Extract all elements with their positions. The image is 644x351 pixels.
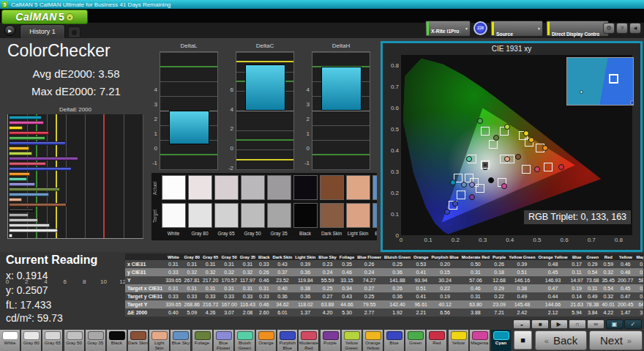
patch-tile-green[interactable]: Green xyxy=(405,330,426,351)
table-cell: 0.25 xyxy=(634,292,643,300)
target-swatch-black xyxy=(293,203,318,228)
next-button[interactable]: Next » xyxy=(589,330,643,350)
help-icon[interactable]: ? xyxy=(616,23,628,34)
patch-tile-purple[interactable]: Purple xyxy=(321,330,341,351)
pause-button[interactable]: ∩ xyxy=(569,319,586,329)
patch-tile-label: Moderate Red xyxy=(299,341,318,350)
cie-measured-dot-foliage xyxy=(493,135,499,141)
swatch-label: Gray 80 xyxy=(187,231,213,236)
chevron-down-icon: ▼ xyxy=(465,26,468,31)
table-cell: 64.31 xyxy=(634,300,643,308)
cie-x-tick-label: 0.3 xyxy=(479,237,487,243)
column-header-green: Green xyxy=(585,254,601,260)
mini-bar xyxy=(321,67,362,111)
table-cell: 0.36 xyxy=(293,292,317,300)
new-tab-stub[interactable] xyxy=(68,26,80,38)
cie-target-square-green xyxy=(481,127,490,136)
display-button[interactable]: ▣ xyxy=(606,319,624,329)
table-cell: 0.46 xyxy=(257,300,271,308)
tab-history-1[interactable]: History 1 xyxy=(20,24,65,38)
calman-logo[interactable]: CalMAN 5 ▼ xyxy=(1,10,88,24)
table-cell: 3.88 xyxy=(460,308,491,317)
logo-menu-chevron-icon[interactable]: ▼ xyxy=(66,13,74,21)
swatch-label: Black xyxy=(292,231,318,236)
mini-gridline xyxy=(312,140,370,141)
patch-tile-orange-yellow[interactable]: Orange Yellow xyxy=(363,330,383,351)
deltae-bar-orange xyxy=(9,172,30,176)
mini-y-tick-label: 4 xyxy=(296,86,310,93)
table-cell: 0.33 xyxy=(239,292,257,300)
actual-swatch-gray-80 xyxy=(188,175,212,200)
table-cell: 0.36 xyxy=(293,268,317,276)
swatch-label: Gray 35 xyxy=(266,231,292,236)
deltae-bar-purple xyxy=(9,157,78,160)
chevron-down-icon: ▼ xyxy=(537,26,541,31)
patch-tile-blue-flower[interactable]: Blue Flower xyxy=(214,330,234,351)
target-swatch-white xyxy=(162,203,186,228)
cie-panel[interactable]: CIE 1931 xy xyxy=(381,41,643,252)
calman-window: 5 CalMAN 5 CalMAN Ultimate for Business … xyxy=(0,0,644,351)
patch-tile-yellow-green[interactable]: Yellow Green xyxy=(342,330,362,351)
patch-tile-bluish-green[interactable]: Bluish Green xyxy=(235,330,255,351)
meter-badge[interactable]: 228 xyxy=(473,21,487,35)
play-button[interactable]: ▶ xyxy=(550,319,568,329)
continuous-button[interactable]: ∞ xyxy=(587,319,604,329)
patch-tile-light-skin[interactable]: Light Skin xyxy=(149,330,170,351)
patch-tile-cyan[interactable]: Cyan xyxy=(491,330,512,351)
table-row: Target x CIE310.310.310.310.310.310.310.… xyxy=(125,284,643,292)
table-cell: 0.40 xyxy=(272,284,294,292)
table-cell: 40.12 xyxy=(430,300,460,308)
deltae-bar-blue xyxy=(9,141,66,145)
meter-dropdown[interactable]: X-Rite i1Pro 2 LCD Direct View ▼ xyxy=(425,21,471,37)
mini-gridline xyxy=(160,52,217,53)
column-header-gray-50: Gray 50 xyxy=(220,254,238,260)
actual-swatch-dark-skin xyxy=(320,175,344,200)
deltac-chart xyxy=(236,51,294,170)
table-cell: 0.43 xyxy=(272,260,294,268)
patch-tile-moderate-red[interactable]: Moderate Red xyxy=(299,330,319,351)
stop-button[interactable]: ■ xyxy=(531,319,549,329)
table-cell: 55.59 xyxy=(317,276,338,284)
cie-y-tick-label: 0.6 xyxy=(384,105,399,111)
deltae-x-tick-label: 10 xyxy=(100,278,107,285)
patch-tile-purplish-blue[interactable]: Purplish Blue xyxy=(277,330,298,351)
stop-button[interactable]: ■ xyxy=(514,330,532,350)
patch-tile-blue[interactable]: Blue xyxy=(384,330,405,351)
source-dropdown[interactable]: Source ▼ xyxy=(490,21,543,37)
patch-tile-black[interactable]: Black xyxy=(107,330,127,351)
settings-icon[interactable]: ⚙ xyxy=(603,23,615,34)
back-button[interactable]: « Back xyxy=(535,330,587,350)
patch-tile-yellow[interactable]: Yellow xyxy=(449,330,469,351)
table-cell: 0.29 xyxy=(585,260,601,268)
patch-tile-gray-35[interactable]: Gray 35 xyxy=(86,330,106,351)
table-cell: 0.33 xyxy=(164,268,182,276)
cie-x-tick-label: 0 xyxy=(400,237,402,243)
patch-tile-gray-80[interactable]: Gray 80 xyxy=(21,330,42,351)
patch-color-chip xyxy=(451,331,467,340)
cie-x-tick-label: 0.1 xyxy=(424,237,433,243)
table-cell: 0.32 xyxy=(183,268,201,276)
patch-tile-gray-65[interactable]: Gray 65 xyxy=(42,330,63,351)
table-cell: 0.59 xyxy=(600,260,616,268)
table-cell: 57.06 xyxy=(460,276,491,284)
deltae-reference-line xyxy=(103,114,105,238)
confirm-button[interactable]: ✓ xyxy=(624,319,642,329)
patch-tile-orange[interactable]: Orange xyxy=(256,330,277,351)
deltae-bar-white xyxy=(9,234,12,237)
table-cell: 0.38 xyxy=(293,284,317,292)
patch-tile-blue-sky[interactable]: Blue Sky xyxy=(171,330,191,351)
meter-button[interactable]: ◒ xyxy=(513,319,531,329)
patch-tile-red[interactable]: Red xyxy=(427,330,447,351)
patch-tile-gray-50[interactable]: Gray 50 xyxy=(64,330,85,351)
mini-bar xyxy=(169,111,209,144)
patch-tile-foliage[interactable]: Foliage xyxy=(192,330,213,351)
patch-tile-magenta[interactable]: Magenta xyxy=(470,330,490,351)
patch-tile-dark-skin[interactable]: Dark Skin xyxy=(128,330,149,351)
patch-tile-white[interactable]: White xyxy=(0,330,20,351)
column-header-blue-sky: Blue Sky xyxy=(317,254,338,260)
actual-swatch-light-skin xyxy=(346,175,370,200)
collapse-icon[interactable]: ◄ xyxy=(629,23,641,34)
mini-y-tick-label: 4 xyxy=(220,106,233,113)
session-play-icon[interactable]: ▶ xyxy=(4,25,15,36)
display-control-dropdown[interactable]: Direct Display Control ▼ xyxy=(546,21,609,37)
